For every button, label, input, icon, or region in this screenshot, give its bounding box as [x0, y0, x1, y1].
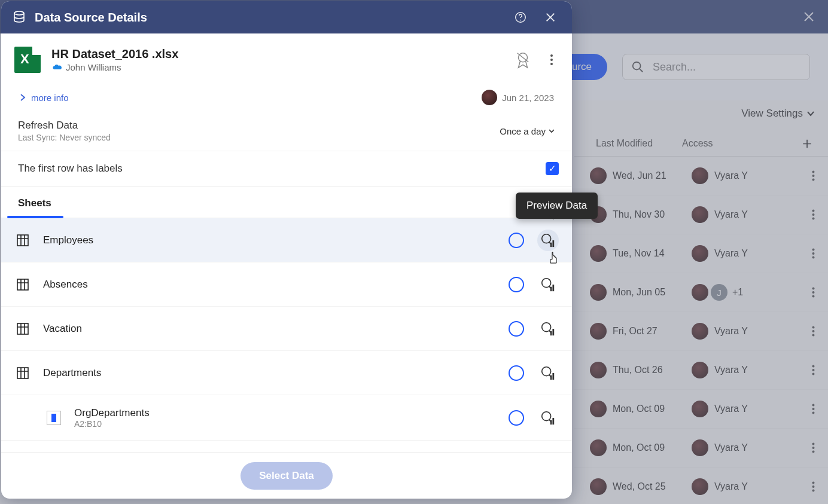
- sheet-select-radio[interactable]: [509, 321, 524, 337]
- sheet-row[interactable]: Vacation: [1, 307, 572, 351]
- svg-rect-42: [550, 331, 552, 335]
- modal-footer: Select Data: [1, 452, 572, 499]
- cursor-icon: [548, 251, 560, 265]
- first-row-labels-checkbox[interactable]: ✓: [546, 162, 559, 175]
- file-owner-name: John Williams: [66, 62, 121, 72]
- svg-point-28: [14, 11, 24, 15]
- sheet-row[interactable]: Absences: [1, 262, 572, 307]
- more-options-button[interactable]: [544, 54, 559, 65]
- excel-file-icon: [14, 47, 41, 73]
- svg-rect-34: [550, 242, 552, 246]
- svg-point-30: [520, 20, 521, 21]
- named-range-name: OrgDepartments: [74, 407, 495, 419]
- preview-data-button[interactable]: [537, 362, 559, 384]
- more-info-row: more info Jun 21, 2023: [1, 86, 572, 114]
- sheet-select-radio[interactable]: [509, 233, 524, 248]
- chevron-down-icon: [548, 127, 555, 135]
- close-icon: [544, 11, 556, 23]
- svg-rect-44: [17, 368, 28, 378]
- updated-date: Jun 21, 2023: [502, 93, 554, 103]
- refresh-title: Refresh Data: [18, 120, 111, 132]
- svg-rect-47: [552, 373, 554, 380]
- sheet-name: Departments: [43, 367, 495, 379]
- svg-rect-39: [552, 285, 554, 291]
- modal-title: Data Source Details: [35, 11, 501, 25]
- svg-rect-40: [17, 323, 28, 334]
- named-range-cells: A2:B10: [74, 419, 495, 429]
- data-source-modal: Data Source Details HR Dataset_2016 .xls…: [1, 1, 572, 499]
- more-info-link[interactable]: more info: [31, 93, 69, 103]
- sheets-list: EmployeesAbsencesVacationDepartmentsOrgD…: [1, 218, 572, 452]
- first-row-labels-text: The first row has labels: [18, 163, 546, 175]
- sheet-icon: [16, 366, 30, 380]
- sheet-select-radio[interactable]: [509, 410, 524, 426]
- sheet-name: Absences: [43, 279, 495, 291]
- ribbon-icon: [514, 51, 532, 69]
- preview-data-button[interactable]: [537, 318, 559, 340]
- preview-icon: [540, 410, 556, 426]
- svg-rect-36: [17, 279, 28, 290]
- named-range-row[interactable]: OrgDepartmentsA2:B10: [1, 395, 572, 441]
- preview-data-button[interactable]: [537, 274, 559, 295]
- svg-rect-38: [550, 286, 552, 291]
- sheet-row[interactable]: Employees: [1, 218, 572, 262]
- svg-rect-49: [550, 420, 552, 424]
- refresh-subtitle: Last Sync: Never synced: [18, 133, 111, 142]
- sheet-icon: [16, 277, 30, 292]
- sheets-header: Sheets: [1, 187, 572, 218]
- svg-rect-35: [552, 240, 554, 247]
- help-icon: [514, 11, 527, 24]
- modal-header: Data Source Details: [1, 1, 572, 33]
- onedrive-icon: [51, 64, 62, 71]
- refresh-freq-select[interactable]: Once a day: [500, 126, 555, 136]
- svg-rect-32: [17, 235, 28, 246]
- database-icon: [12, 10, 26, 25]
- preview-tooltip: Preview Data: [516, 193, 598, 219]
- named-range-icon: [47, 411, 61, 425]
- first-row-labels-row: The first row has labels ✓: [1, 151, 572, 187]
- svg-rect-43: [552, 329, 554, 335]
- sheet-name: Employees: [43, 234, 495, 246]
- svg-rect-50: [552, 418, 554, 424]
- sheet-row[interactable]: Departments: [1, 351, 572, 395]
- sheet-icon: [16, 233, 30, 248]
- file-info: HR Dataset_2016 .xlsx John Williams: [1, 33, 572, 86]
- preview-icon: [540, 233, 556, 248]
- help-button[interactable]: [510, 7, 531, 28]
- avatar: [482, 90, 497, 105]
- select-data-button[interactable]: Select Data: [241, 462, 333, 490]
- chevron-right-icon: [19, 94, 26, 101]
- preview-icon: [540, 277, 556, 292]
- file-owner: John Williams: [51, 62, 178, 72]
- modal-close-button[interactable]: [540, 7, 561, 28]
- refresh-row: Refresh Data Last Sync: Never synced Onc…: [1, 114, 572, 151]
- sheet-select-radio[interactable]: [509, 277, 524, 292]
- refresh-freq-label: Once a day: [500, 126, 546, 136]
- sheet-select-radio[interactable]: [509, 365, 524, 381]
- sheet-icon: [16, 322, 30, 336]
- preview-data-button[interactable]: [537, 407, 559, 429]
- preview-data-button[interactable]: [537, 230, 559, 251]
- sheet-name: Vacation: [43, 323, 495, 335]
- preview-icon: [540, 321, 556, 337]
- file-name: HR Dataset_2016 .xlsx: [51, 47, 178, 61]
- preview-icon: [540, 365, 556, 381]
- svg-rect-46: [550, 375, 552, 379]
- certified-button[interactable]: [512, 49, 534, 71]
